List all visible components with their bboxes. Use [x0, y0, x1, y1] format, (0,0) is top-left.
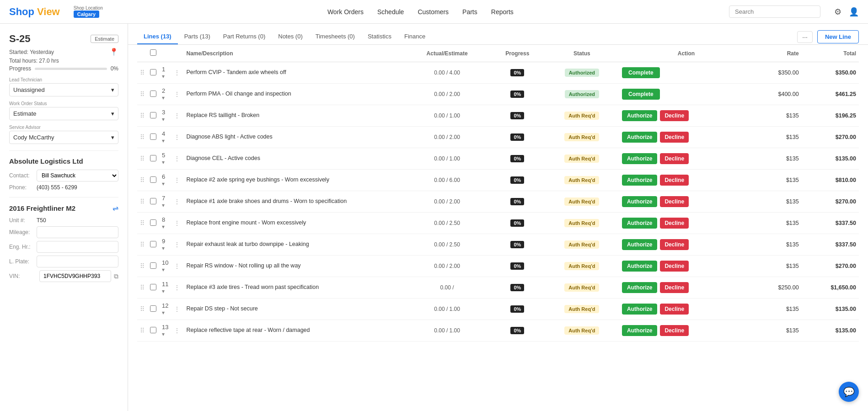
decline-button[interactable]: Decline — [660, 304, 689, 315]
nav-schedule[interactable]: Schedule — [377, 8, 404, 16]
search-input[interactable] — [729, 5, 820, 18]
decline-button[interactable]: Decline — [660, 261, 689, 272]
expand-chevron[interactable]: ▾ — [162, 331, 165, 337]
tab-timesheets[interactable]: Timesheets (0) — [309, 29, 361, 44]
expand-chevron[interactable]: ▾ — [162, 116, 165, 123]
new-line-button[interactable]: New Line — [817, 30, 859, 43]
wo-status-select[interactable]: Estimate▾ — [9, 107, 118, 120]
row-checkbox[interactable] — [150, 112, 156, 118]
more-button[interactable]: ··· — [797, 31, 813, 43]
row-checkbox[interactable] — [150, 198, 156, 204]
expand-chevron[interactable]: ▾ — [162, 138, 165, 144]
complete-button[interactable]: Complete — [622, 89, 660, 100]
tab-lines[interactable]: Lines (13) — [137, 29, 178, 44]
user-icon[interactable]: 👤 — [849, 7, 859, 17]
decline-button[interactable]: Decline — [660, 175, 689, 186]
authorize-button[interactable]: Authorize — [622, 218, 657, 229]
settings-icon[interactable]: ⚙ — [834, 7, 841, 17]
eng-hr-input[interactable] — [37, 241, 118, 253]
authorize-button[interactable]: Authorize — [622, 239, 657, 250]
vin-input[interactable] — [39, 270, 111, 282]
authorize-button[interactable]: Authorize — [622, 325, 657, 336]
expand-chevron[interactable]: ▾ — [162, 159, 165, 165]
row-checkbox[interactable] — [150, 91, 156, 97]
drag-handle[interactable]: ⠿ — [140, 133, 145, 141]
drag-handle[interactable]: ⠿ — [140, 155, 145, 162]
chat-bubble[interactable]: 💬 — [839, 382, 859, 402]
row-checkbox[interactable] — [150, 133, 156, 140]
drag-handle[interactable]: ⠿ — [140, 284, 145, 291]
complete-button[interactable]: Complete — [622, 67, 660, 78]
decline-button[interactable]: Decline — [660, 196, 689, 207]
expand-chevron[interactable]: ▾ — [162, 95, 165, 101]
drag-handle[interactable]: ⠿ — [140, 305, 145, 313]
service-advisor-select[interactable]: Cody McCarthy▾ — [9, 131, 118, 144]
tab-notes[interactable]: Notes (0) — [272, 29, 309, 44]
decline-button[interactable]: Decline — [660, 218, 689, 229]
copy-vin-button[interactable]: ⧉ — [114, 272, 118, 280]
authorize-button[interactable]: Authorize — [622, 110, 657, 121]
row-menu-icon[interactable]: ⋮ — [174, 241, 181, 248]
row-checkbox[interactable] — [150, 327, 156, 333]
drag-handle[interactable]: ⠿ — [140, 91, 145, 98]
row-menu-icon[interactable]: ⋮ — [174, 262, 181, 270]
row-menu-icon[interactable]: ⋮ — [174, 69, 181, 76]
row-menu-icon[interactable]: ⋮ — [174, 112, 181, 119]
row-menu-icon[interactable]: ⋮ — [174, 176, 181, 184]
decline-button[interactable]: Decline — [660, 282, 689, 293]
row-checkbox[interactable] — [150, 262, 156, 269]
vehicle-icon[interactable]: ⇌ — [113, 204, 118, 213]
row-menu-icon[interactable]: ⋮ — [174, 155, 181, 162]
drag-handle[interactable]: ⠿ — [140, 241, 145, 248]
l-plate-input[interactable] — [37, 256, 118, 267]
mileage-input[interactable] — [37, 226, 118, 238]
row-checkbox[interactable] — [150, 69, 156, 75]
expand-chevron[interactable]: ▾ — [162, 310, 165, 316]
drag-handle[interactable]: ⠿ — [140, 176, 145, 184]
drag-handle[interactable]: ⠿ — [140, 69, 145, 76]
expand-chevron[interactable]: ▾ — [162, 73, 165, 80]
nav-work-orders[interactable]: Work Orders — [327, 8, 364, 16]
row-menu-icon[interactable]: ⋮ — [174, 327, 181, 334]
expand-chevron[interactable]: ▾ — [162, 224, 165, 230]
row-checkbox[interactable] — [150, 176, 156, 183]
row-menu-icon[interactable]: ⋮ — [174, 284, 181, 291]
row-checkbox[interactable] — [150, 155, 156, 161]
expand-chevron[interactable]: ▾ — [162, 245, 165, 251]
authorize-button[interactable]: Authorize — [622, 175, 657, 186]
decline-button[interactable]: Decline — [660, 153, 689, 164]
row-menu-icon[interactable]: ⋮ — [174, 219, 181, 227]
authorize-button[interactable]: Authorize — [622, 261, 657, 272]
authorize-button[interactable]: Authorize — [622, 153, 657, 164]
nav-parts[interactable]: Parts — [462, 8, 477, 16]
select-all-checkbox[interactable] — [150, 49, 156, 56]
authorize-button[interactable]: Authorize — [622, 304, 657, 315]
tab-parts[interactable]: Parts (13) — [178, 29, 217, 44]
row-checkbox[interactable] — [150, 305, 156, 312]
drag-handle[interactable]: ⠿ — [140, 262, 145, 270]
expand-chevron[interactable]: ▾ — [162, 288, 165, 294]
authorize-button[interactable]: Authorize — [622, 196, 657, 207]
row-menu-icon[interactable]: ⋮ — [174, 133, 181, 141]
nav-customers[interactable]: Customers — [418, 8, 449, 16]
contact-select[interactable]: Bill Sawchuck — [37, 170, 118, 181]
decline-button[interactable]: Decline — [660, 325, 689, 336]
drag-handle[interactable]: ⠿ — [140, 327, 145, 334]
authorize-button[interactable]: Authorize — [622, 282, 657, 293]
row-menu-icon[interactable]: ⋮ — [174, 91, 181, 98]
expand-chevron[interactable]: ▾ — [162, 202, 165, 208]
row-checkbox[interactable] — [150, 219, 156, 226]
decline-button[interactable]: Decline — [660, 110, 689, 121]
row-menu-icon[interactable]: ⋮ — [174, 198, 181, 205]
nav-reports[interactable]: Reports — [491, 8, 514, 16]
tab-statistics[interactable]: Statistics — [361, 29, 398, 44]
decline-button[interactable]: Decline — [660, 239, 689, 250]
lead-tech-select[interactable]: Unassigned▾ — [9, 83, 118, 96]
row-checkbox[interactable] — [150, 241, 156, 247]
row-checkbox[interactable] — [150, 284, 156, 290]
tab-part-returns[interactable]: Part Returns (0) — [217, 29, 272, 44]
drag-handle[interactable]: ⠿ — [140, 219, 145, 227]
expand-chevron[interactable]: ▾ — [162, 181, 165, 187]
row-menu-icon[interactable]: ⋮ — [174, 305, 181, 313]
authorize-button[interactable]: Authorize — [622, 132, 657, 143]
